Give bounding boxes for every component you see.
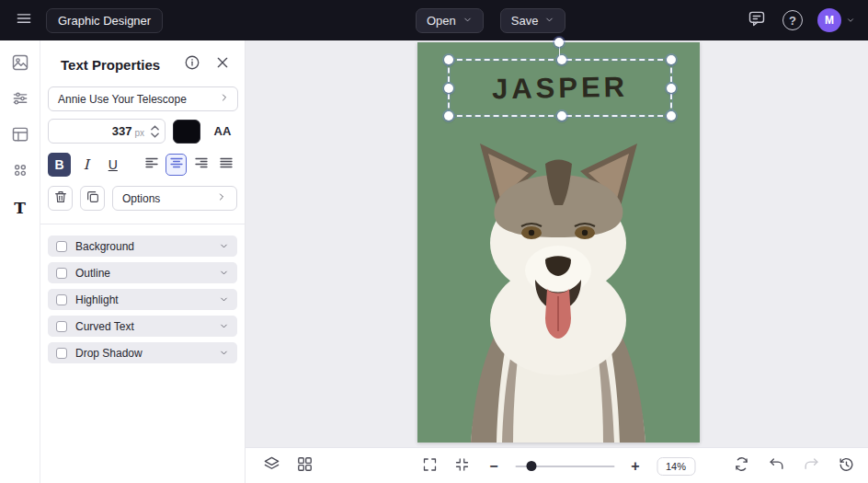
zoom-out-button[interactable]: − (483, 455, 505, 477)
history-icon (838, 455, 855, 477)
align-left-button[interactable] (141, 154, 162, 176)
align-justify-button[interactable] (216, 154, 237, 176)
chevron-down-icon (219, 318, 229, 335)
font-size-stepper[interactable] (148, 125, 159, 138)
grid-icon (296, 455, 314, 477)
bottom-toolbar: − + 14% (246, 447, 868, 483)
close-icon (215, 55, 230, 74)
resize-handle-middle-left[interactable] (444, 84, 453, 93)
section-curved-text[interactable]: Curved Text (48, 316, 237, 337)
hamburger-menu-button[interactable] (13, 9, 35, 31)
highlight-checkbox[interactable] (56, 294, 67, 305)
outline-checkbox[interactable] (56, 268, 67, 279)
save-button[interactable]: Save (500, 8, 566, 33)
section-label: Highlight (75, 293, 219, 306)
sidebar-item-templates[interactable] (9, 125, 31, 147)
account-menu-button[interactable]: M (817, 8, 855, 32)
resize-handle-top-left[interactable] (444, 55, 453, 64)
fit-to-screen-button[interactable] (418, 455, 440, 477)
expand-icon (421, 456, 438, 477)
layers-button[interactable] (260, 455, 282, 477)
section-label: Outline (75, 267, 219, 280)
shrink-view-button[interactable] (451, 455, 473, 477)
options-button[interactable]: Options (112, 186, 237, 211)
info-button[interactable] (183, 55, 201, 74)
chevron-right-icon (219, 92, 230, 106)
delete-text-button[interactable] (48, 186, 73, 211)
bold-button[interactable]: B (48, 153, 71, 177)
underline-button[interactable]: U (101, 153, 124, 177)
canvas-area: JASPER (246, 40, 868, 447)
font-size-input[interactable]: 337 px (48, 119, 166, 144)
app-title: Graphic Designer (46, 8, 163, 33)
chevron-down-icon (463, 14, 473, 28)
sidebar-item-images[interactable] (9, 53, 31, 75)
duplicate-icon (86, 190, 100, 208)
section-outline[interactable]: Outline (48, 262, 237, 283)
design-canvas[interactable]: JASPER (417, 42, 700, 443)
save-button-label: Save (511, 14, 539, 28)
resize-handle-top-right[interactable] (667, 55, 676, 64)
image-icon (11, 53, 29, 75)
italic-button[interactable]: I (74, 153, 97, 177)
italic-label: I (84, 156, 89, 173)
text-properties-panel: Text Properties Annie Use Your Telescope… (40, 40, 246, 483)
feedback-button[interactable] (746, 9, 768, 31)
resize-handle-bottom-right[interactable] (667, 111, 676, 121)
comment-icon (748, 9, 766, 31)
align-right-button[interactable] (190, 154, 211, 176)
background-checkbox[interactable] (56, 241, 67, 252)
help-glyph: ? (789, 14, 796, 28)
chevron-down-icon (219, 265, 229, 282)
font-size-value: 337 (56, 124, 131, 138)
text-color-swatch[interactable] (173, 120, 200, 144)
align-justify-icon (218, 155, 234, 175)
top-bar: Graphic Designer Open Save (0, 0, 868, 40)
chevron-down-icon (219, 292, 229, 308)
redo-button[interactable] (800, 455, 822, 477)
sliders-icon (11, 89, 29, 111)
shapes-icon (11, 161, 29, 183)
sidebar-item-elements[interactable] (9, 161, 31, 183)
panel-title: Text Properties (61, 57, 171, 73)
align-left-icon (143, 155, 160, 175)
zoom-slider[interactable] (515, 460, 614, 473)
align-center-button[interactable] (166, 154, 187, 176)
options-label: Options (122, 192, 216, 205)
app-root: Graphic Designer Open Save (0, 0, 868, 483)
section-highlight[interactable]: Highlight (48, 289, 237, 310)
section-label: Background (75, 240, 219, 253)
layers-icon (263, 455, 280, 477)
history-button[interactable] (835, 455, 857, 477)
drop-shadow-checkbox[interactable] (56, 348, 67, 359)
resize-handle-bottom-left[interactable] (444, 111, 453, 121)
chevron-down-icon (544, 14, 554, 28)
refresh-icon (733, 455, 750, 477)
selection-box[interactable] (448, 59, 672, 117)
chevron-down-icon (219, 238, 229, 255)
collapse-icon (453, 456, 470, 477)
font-family-selector[interactable]: Annie Use Your Telescope (48, 86, 238, 111)
zoom-slider-thumb[interactable] (526, 461, 536, 471)
curved-text-checkbox[interactable] (56, 321, 67, 332)
section-background[interactable]: Background (48, 236, 237, 257)
resize-handle-middle-right[interactable] (667, 84, 676, 93)
section-drop-shadow[interactable]: Drop Shadow (48, 342, 237, 363)
close-panel-button[interactable] (213, 55, 232, 74)
help-icon[interactable]: ? (782, 10, 803, 30)
font-size-unit: px (134, 128, 144, 138)
hamburger-icon (15, 9, 33, 31)
sidebar-item-text[interactable]: T (9, 197, 31, 219)
zoom-level-indicator[interactable]: 14% (657, 457, 695, 476)
undo-button[interactable] (765, 455, 787, 477)
open-button[interactable]: Open (416, 8, 484, 33)
duplicate-text-button[interactable] (80, 186, 105, 211)
zoom-in-button[interactable]: + (624, 455, 646, 477)
resize-handle-bottom-center[interactable] (557, 111, 566, 121)
pages-grid-button[interactable] (293, 455, 315, 477)
font-case-icon: AA (214, 124, 232, 138)
refresh-canvas-button[interactable] (730, 455, 752, 477)
sidebar-item-adjustments[interactable] (9, 89, 31, 111)
rotation-handle[interactable] (554, 38, 564, 47)
letter-spacing-button[interactable]: AA (208, 120, 237, 144)
